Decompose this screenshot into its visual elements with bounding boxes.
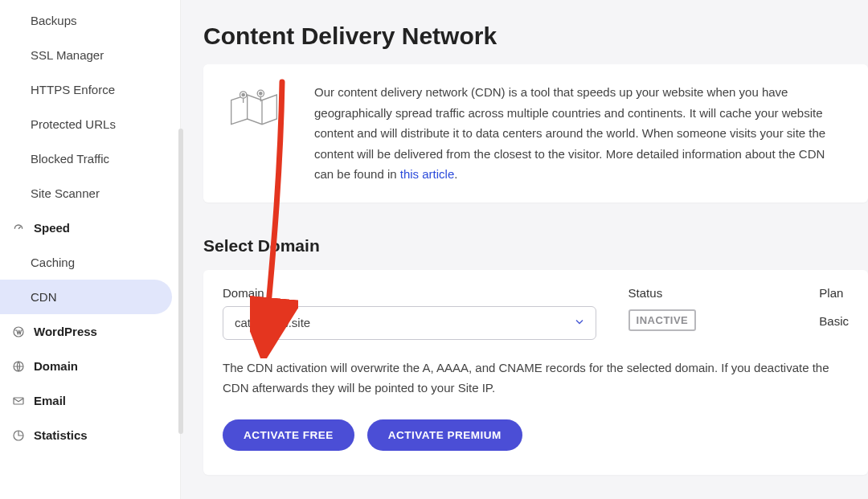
sidebar-protected-urls[interactable]: Protected URLs	[0, 107, 172, 141]
sidebar-blocked-traffic[interactable]: Blocked Traffic	[0, 141, 172, 176]
sidebar-group-label: Speed	[34, 221, 70, 235]
sidebar-group-label: Statistics	[34, 428, 88, 442]
select-domain-card: Domain catsmeow.site Status INACTIVE Pla…	[203, 270, 868, 475]
sidebar-group-wordpress[interactable]: WordPress	[0, 314, 180, 349]
domain-select[interactable]: catsmeow.site	[223, 306, 596, 340]
speed-icon	[11, 222, 26, 235]
status-badge: INACTIVE	[628, 309, 697, 331]
domain-select-value: catsmeow.site	[235, 316, 310, 329]
activate-premium-button[interactable]: ACTIVATE PREMIUM	[367, 419, 522, 451]
status-label: Status	[628, 286, 788, 300]
activation-note: The CDN activation will overwrite the A,…	[223, 358, 849, 399]
sidebar-group-domain[interactable]: Domain	[0, 349, 180, 383]
intro-suffix: .	[454, 167, 457, 181]
sidebar-backups[interactable]: Backups	[0, 3, 172, 38]
globe-icon	[11, 360, 26, 373]
sidebar-group-email[interactable]: Email	[0, 383, 180, 418]
sidebar-group-label: Email	[34, 394, 66, 407]
plan-value: Basic	[819, 314, 849, 328]
wordpress-icon	[11, 325, 26, 338]
plan-label: Plan	[819, 286, 849, 300]
intro-card: Our content delivery network (CDN) is a …	[203, 64, 868, 202]
sidebar-group-speed[interactable]: Speed	[0, 211, 180, 245]
page-title: Content Delivery Network	[203, 22, 868, 50]
sidebar-cdn[interactable]: CDN	[0, 280, 172, 314]
domain-label: Domain	[223, 286, 596, 300]
activate-free-button[interactable]: ACTIVATE FREE	[223, 419, 354, 451]
chevron-down-icon	[573, 315, 586, 330]
sidebar: Backups SSL Manager HTTPS Enforce Protec…	[0, 0, 181, 499]
main-content: Content Delivery Network Our content del…	[181, 0, 868, 499]
map-pins-icon	[223, 82, 285, 130]
svg-point-7	[260, 92, 262, 95]
intro-link[interactable]: this article	[400, 167, 455, 181]
sidebar-site-scanner[interactable]: Site Scanner	[0, 176, 172, 211]
select-domain-heading: Select Domain	[203, 236, 868, 256]
pie-chart-icon	[11, 429, 26, 442]
sidebar-caching[interactable]: Caching	[0, 245, 172, 280]
mail-icon	[11, 395, 26, 407]
sidebar-ssl-manager[interactable]: SSL Manager	[0, 38, 172, 72]
intro-prefix: Our content delivery network (CDN) is a …	[314, 85, 825, 181]
sidebar-group-statistics[interactable]: Statistics	[0, 418, 180, 452]
intro-text: Our content delivery network (CDN) is a …	[314, 82, 847, 185]
svg-point-5	[242, 93, 244, 96]
sidebar-https-enforce[interactable]: HTTPS Enforce	[0, 72, 172, 107]
sidebar-group-label: WordPress	[34, 325, 97, 338]
sidebar-group-label: Domain	[34, 359, 78, 373]
